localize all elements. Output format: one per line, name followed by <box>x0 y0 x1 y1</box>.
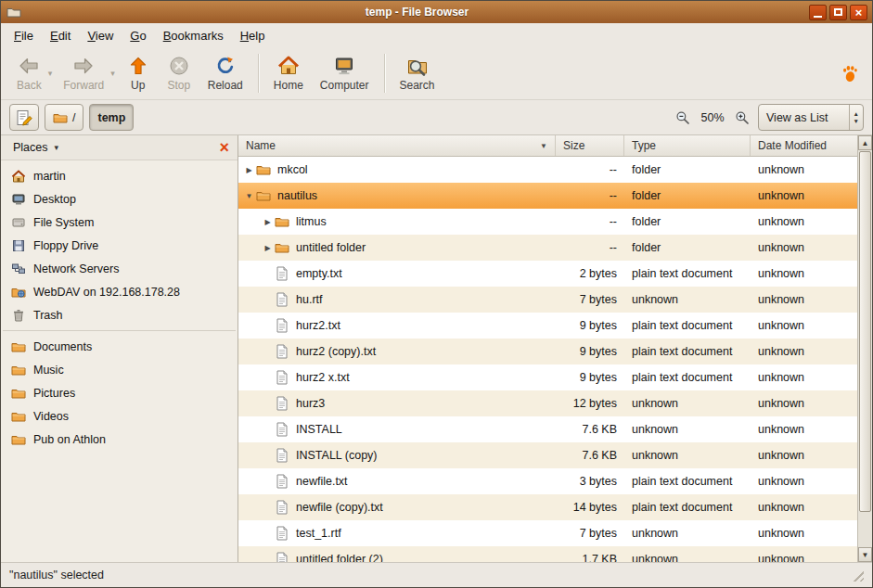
file-row-litmus[interactable]: ▶litmus--folderunknown <box>238 209 857 235</box>
type-cell: unknown <box>624 423 751 436</box>
resize-grip[interactable] <box>851 569 864 582</box>
menu-edit[interactable]: Edit <box>43 26 78 45</box>
sidebar-item-webdav-on-192-168-178-28[interactable]: WebDAV on 192.168.178.28 <box>1 280 238 303</box>
home-button[interactable]: Home <box>265 49 312 97</box>
path-root-button[interactable]: / <box>45 104 83 131</box>
file-row-untitled-folder-2[interactable]: untitled folder (2)1.7 KBunknownunknown <box>238 546 857 562</box>
sidebar-item-trash[interactable]: Trash <box>1 303 238 326</box>
file-row-newfile-copy-txt[interactable]: newfile (copy).txt14 bytesplain text doc… <box>238 494 857 520</box>
sidebar-item-music[interactable]: Music <box>1 358 238 381</box>
back-icon <box>18 55 40 77</box>
column-header-name[interactable]: Name▼ <box>238 135 556 156</box>
places-selector[interactable]: Places ▾ <box>5 138 67 157</box>
back-history-dropdown[interactable]: ▾ <box>45 49 56 97</box>
computer-button[interactable]: Computer <box>312 49 378 97</box>
expander-icon[interactable]: ▶ <box>242 166 256 174</box>
scrollbar-thumb[interactable] <box>859 151 871 512</box>
size-cell: 9 bytes <box>556 319 624 332</box>
file-row-hurz2-copy-txt[interactable]: hurz2 (copy).txt9 bytesplain text docume… <box>238 339 857 364</box>
file-row-empty-txt[interactable]: empty.txt2 bytesplain text documentunkno… <box>238 261 857 287</box>
expander-icon[interactable]: ▶ <box>261 244 275 252</box>
menu-go[interactable]: Go <box>122 26 153 45</box>
file-name: untitled folder <box>296 241 366 254</box>
sidebar-item-desktop[interactable]: Desktop <box>1 187 238 211</box>
sidebar-item-pub-on-athlon[interactable]: Pub on Athlon <box>1 428 238 451</box>
titlebar[interactable]: temp - File Browser × <box>1 1 872 23</box>
file-row-nautilus[interactable]: ▼nautilus--folderunknown <box>238 183 857 209</box>
size-cell: 1.7 KB <box>556 553 624 562</box>
name-cell: INSTALL <box>238 422 556 437</box>
sidebar-item-network-servers[interactable]: Network Servers <box>1 257 238 280</box>
type-cell: unknown <box>624 553 751 562</box>
scroll-down-button[interactable]: ▼ <box>858 547 872 562</box>
sidebar-item-file-system[interactable]: File System <box>1 211 238 234</box>
view-controls: 50% View as List ▲▼ <box>674 104 864 131</box>
file-row-test-1-rtf[interactable]: test_1.rtf7 bytesunknownunknown <box>238 520 857 546</box>
name-cell: hurz3 <box>238 396 556 411</box>
name-cell: empty.txt <box>238 266 556 281</box>
column-header-size[interactable]: Size <box>556 135 624 156</box>
zoom-in-button[interactable] <box>733 109 751 127</box>
expander-icon[interactable]: ▶ <box>261 218 275 226</box>
column-header-date[interactable]: Date Modified <box>751 135 857 156</box>
stop-button[interactable]: Stop <box>159 49 199 97</box>
type-cell: unknown <box>624 293 751 306</box>
vertical-scrollbar[interactable]: ▲ ▼ <box>857 135 872 562</box>
forward-button[interactable]: Forward <box>55 49 112 97</box>
name-cell: INSTALL (copy) <box>238 448 556 463</box>
sidebar-item-pictures[interactable]: Pictures <box>1 381 238 404</box>
search-button[interactable]: Search <box>392 49 443 97</box>
folder-icon <box>256 162 271 177</box>
file-row-newfile-txt[interactable]: newfile.txt3 bytesplain text documentunk… <box>238 468 857 494</box>
sidebar-item-label: Videos <box>33 410 69 423</box>
file-row-hurz2-x-txt[interactable]: hurz2 x.txt9 bytesplain text documentunk… <box>238 364 857 390</box>
stop-label: Stop <box>167 79 190 92</box>
menu-view[interactable]: View <box>80 26 121 45</box>
view-mode-select[interactable]: View as List ▲▼ <box>758 104 864 131</box>
places-sidebar: Places ▾ × martinDesktopFile SystemFlopp… <box>1 135 238 562</box>
sidebar-item-label: Floppy Drive <box>33 239 98 252</box>
up-button[interactable]: Up <box>118 49 159 97</box>
sidebar-item-documents[interactable]: Documents <box>1 335 238 358</box>
size-cell: -- <box>556 241 624 254</box>
size-cell: 7 bytes <box>556 527 624 540</box>
scroll-up-button[interactable]: ▲ <box>858 135 872 150</box>
gnome-foot-icon <box>839 62 861 84</box>
column-header-type[interactable]: Type <box>624 135 751 156</box>
scrollbar-track[interactable] <box>858 150 872 547</box>
menu-file[interactable]: File <box>6 26 41 45</box>
zoom-out-button[interactable] <box>674 109 692 127</box>
sidebar-item-floppy-drive[interactable]: Floppy Drive <box>1 234 238 257</box>
file-row-hu-rtf[interactable]: hu.rtf7 bytesunknownunknown <box>238 287 857 313</box>
menu-bookmarks[interactable]: Bookmarks <box>156 26 231 45</box>
edit-location-button[interactable] <box>9 104 39 131</box>
menubar: FileEditViewGoBookmarksHelp <box>1 23 872 47</box>
type-cell: plain text document <box>624 267 751 280</box>
file-row-hurz2-txt[interactable]: hurz2.txt9 bytesplain text documentunkno… <box>238 313 857 339</box>
close-sidebar-button[interactable]: × <box>215 139 233 156</box>
date-modified-cell: unknown <box>751 423 857 436</box>
reload-button[interactable]: Reload <box>199 49 251 97</box>
file-row-mkcol[interactable]: ▶mkcol--folderunknown <box>238 157 857 183</box>
file-row-install[interactable]: INSTALL7.6 KBunknownunknown <box>238 416 857 442</box>
sidebar-item-videos[interactable]: Videos <box>1 404 238 428</box>
expander-icon[interactable]: ▼ <box>242 192 256 200</box>
path-current-button[interactable]: temp <box>89 104 134 131</box>
menu-help[interactable]: Help <box>233 26 273 45</box>
sidebar-item-martin[interactable]: martin <box>1 164 238 187</box>
search-icon <box>406 55 429 77</box>
minimize-button[interactable] <box>809 5 827 20</box>
file-row-untitled-folder[interactable]: ▶untitled folder--folderunknown <box>238 235 857 261</box>
type-cell: plain text document <box>624 345 751 358</box>
file-row-install-copy[interactable]: INSTALL (copy)7.6 KBunknownunknown <box>238 442 857 468</box>
forward-history-dropdown[interactable]: ▾ <box>108 49 118 97</box>
file-row-hurz3[interactable]: hurz312 bytesunknownunknown <box>238 390 857 416</box>
maximize-button[interactable] <box>829 5 847 20</box>
file-list-rows: ▶mkcol--folderunknown▼nautilus--folderun… <box>238 157 857 562</box>
name-cell: hurz2.txt <box>238 318 556 333</box>
back-button[interactable]: Back <box>8 49 50 97</box>
date-modified-cell: unknown <box>751 267 857 280</box>
close-button[interactable]: × <box>850 5 867 20</box>
date-modified-cell: unknown <box>751 475 857 488</box>
sidebar-item-label: Pictures <box>33 387 75 400</box>
